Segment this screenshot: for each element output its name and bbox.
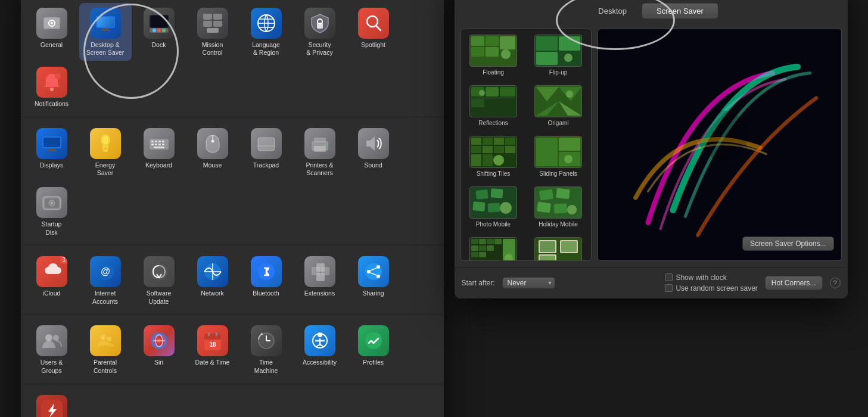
screensaver-list[interactable]: Floating Flip-up Reflections (461, 29, 592, 261)
pref-item-datetime[interactable]: 18 Date & Time (186, 320, 239, 378)
pref-item-users[interactable]: Users &Groups (26, 320, 78, 378)
ss-thumb-holidaymobile (534, 186, 582, 219)
ss-item-floating[interactable]: Floating (461, 29, 526, 80)
svg-rect-42 (162, 141, 164, 142)
svg-point-55 (324, 144, 326, 146)
pref-item-dock[interactable]: Dock (133, 3, 185, 61)
ss-item-photowall[interactable]: Photo Wall (461, 232, 526, 261)
svg-rect-133 (471, 138, 481, 145)
ss-item-flipup[interactable]: Flip-up (526, 29, 591, 80)
svg-point-13 (157, 29, 161, 32)
svg-rect-124 (471, 99, 484, 107)
security-icon (304, 8, 335, 39)
svg-point-154 (500, 202, 512, 214)
pref-item-sound[interactable]: Sound (347, 123, 400, 181)
pref-item-desktop[interactable]: Desktop &Screen Saver (79, 3, 132, 61)
svg-rect-170 (479, 252, 486, 257)
pref-item-profiles[interactable]: Profiles (347, 320, 400, 378)
svg-rect-146 (559, 138, 580, 151)
svg-point-49 (211, 139, 214, 142)
pref-item-general[interactable]: General (26, 3, 78, 61)
ss-item-photomobile[interactable]: Photo Mobile (461, 181, 526, 232)
svg-rect-112 (500, 36, 515, 49)
pref-item-extensions[interactable]: Extensions (294, 251, 346, 309)
svg-rect-136 (505, 138, 515, 145)
pref-item-trackpad[interactable]: Trackpad (240, 123, 293, 181)
ss-item-shifting[interactable]: Shifting Tiles (461, 130, 526, 181)
pref-item-accessibility[interactable]: Accessibility (294, 320, 346, 378)
displays-icon (36, 128, 67, 159)
svg-rect-122 (500, 87, 515, 97)
users-icon (36, 325, 67, 356)
hot-corners-button[interactable]: Hot Corners... (765, 276, 823, 290)
pref-item-timemachine[interactable]: TimeMachine (240, 320, 293, 378)
pref-item-energy[interactable]: EnergySaver (79, 123, 132, 181)
svg-point-35 (102, 136, 108, 144)
svg-rect-162 (471, 239, 478, 244)
other-grid: Flash Player (26, 390, 439, 417)
ss-item-origami[interactable]: Origami (526, 80, 591, 130)
software-label: SoftwareUpdate (147, 290, 171, 306)
ss-item-vintage[interactable]: Vintage Prints (526, 232, 591, 261)
pref-item-sharing[interactable]: Sharing (347, 251, 400, 309)
svg-point-113 (501, 49, 511, 59)
start-after-select[interactable]: 1 Minute 2 Minutes 5 Minutes 10 Minutes … (502, 277, 555, 289)
pref-item-mouse[interactable]: Mouse (186, 123, 239, 181)
pref-item-flash[interactable]: Flash Player (26, 390, 78, 417)
pref-item-bluetooth[interactable]: Bluetooth (240, 251, 293, 309)
pref-item-printers[interactable]: Printers &Scanners (294, 123, 346, 181)
section-other: Flash Player (21, 384, 444, 417)
pref-item-parental[interactable]: ! ParentalControls (79, 320, 132, 378)
pref-item-startup[interactable]: StartupDisk (26, 182, 78, 240)
tab-screensaver[interactable]: Screen Saver (642, 3, 718, 19)
pref-item-security[interactable]: Security& Privacy (294, 3, 346, 61)
svg-rect-134 (483, 138, 493, 145)
show-clock-checkbox[interactable] (665, 273, 673, 281)
pref-item-software[interactable]: SoftwareUpdate (133, 251, 185, 309)
pref-item-displays[interactable]: Displays (26, 123, 78, 181)
pref-item-language[interactable]: Language& Region (240, 3, 293, 61)
pref-item-mission[interactable]: MissionControl (186, 3, 239, 61)
screensaver-options-button[interactable]: Screen Saver Options... (742, 236, 833, 251)
accessibility-icon (304, 325, 335, 356)
svg-rect-169 (471, 252, 478, 257)
random-saver-row: Use random screen saver (665, 284, 757, 292)
pref-item-notifications[interactable]: Notifications (26, 62, 78, 112)
svg-line-27 (376, 26, 381, 30)
svg-rect-140 (505, 146, 515, 153)
pref-item-siri[interactable]: Siri (133, 320, 185, 378)
screensaver-preview: Screen Saver Options... (598, 29, 842, 261)
svg-rect-54 (314, 146, 326, 152)
svg-rect-8 (101, 30, 110, 31)
random-saver-checkbox[interactable] (665, 284, 673, 292)
ss-thumb-floating (469, 35, 517, 67)
icloud-label: iCloud (43, 290, 61, 298)
ss-item-holidaymobile[interactable]: Holiday Mobile (526, 181, 591, 232)
svg-point-72 (377, 275, 380, 278)
svg-rect-31 (43, 138, 60, 147)
pref-item-internet[interactable]: @ InternetAccounts (79, 251, 132, 309)
preview-light-streaks (598, 29, 841, 260)
svg-rect-19 (207, 28, 219, 33)
svg-rect-158 (537, 201, 551, 213)
sysprefs-window: System Preferences 🔍 Search General (21, 0, 444, 417)
pref-item-keyboard[interactable]: Keyboard (133, 123, 185, 181)
screensaver-tabs: Desktop Screen Saver (455, 0, 848, 23)
svg-rect-88 (216, 332, 217, 336)
ss-item-sliding[interactable]: Sliding Panels (526, 130, 591, 181)
pref-item-icloud[interactable]: 1 iCloud (26, 251, 78, 309)
svg-rect-39 (151, 141, 154, 142)
pref-item-spotlight[interactable]: Spotlight (347, 3, 400, 61)
datetime-icon: 18 (197, 325, 228, 356)
help-button[interactable]: ? (830, 278, 841, 288)
svg-rect-33 (47, 150, 57, 151)
tab-desktop[interactable]: Desktop (583, 3, 642, 19)
ss-item-reflections[interactable]: Reflections (461, 80, 526, 130)
datetime-label: Date & Time (195, 359, 230, 367)
svg-rect-10 (151, 16, 167, 27)
pref-item-network[interactable]: Network (186, 251, 239, 309)
internet-icon: @ (90, 256, 121, 287)
svg-point-14 (162, 29, 166, 32)
sharing-label: Sharing (362, 290, 384, 298)
svg-point-29 (55, 73, 61, 79)
